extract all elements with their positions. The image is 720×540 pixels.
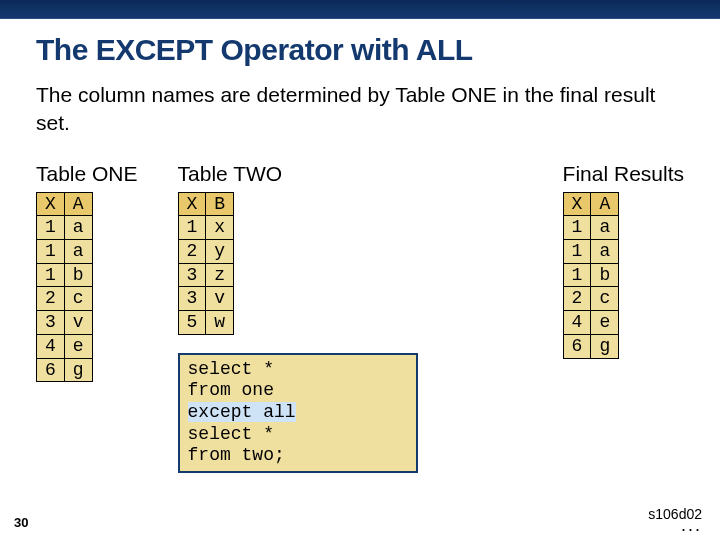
cell: e <box>591 311 619 335</box>
cell: z <box>206 263 234 287</box>
table-row: 3v <box>178 287 234 311</box>
table-row: 1b <box>563 263 619 287</box>
table-row: 4e <box>37 334 93 358</box>
table-row: 1a <box>37 216 93 240</box>
cell: 3 <box>37 311 65 335</box>
cell: 1 <box>563 263 591 287</box>
cell: c <box>64 287 92 311</box>
cell: 6 <box>37 358 65 382</box>
col-final-results: Final Results XA1a1a1b2c4e6g <box>563 162 684 359</box>
table-row: 2c <box>563 287 619 311</box>
cell: g <box>64 358 92 382</box>
cell: x <box>206 216 234 240</box>
col-header: A <box>64 192 92 216</box>
code-line: select * <box>188 359 408 381</box>
table-row: 1a <box>563 216 619 240</box>
table-final: XA1a1a1b2c4e6g <box>563 192 620 359</box>
col-table-two: Table TWO XB1x2y3z3v5w select * from one… <box>178 162 418 473</box>
page-number: 30 <box>14 515 28 530</box>
code-line: select * <box>188 424 408 446</box>
highlight-except-all: except all <box>188 402 296 422</box>
table-row: 3z <box>178 263 234 287</box>
table-one: XA1a1a1b2c3v4e6g <box>36 192 93 383</box>
col-header: X <box>563 192 591 216</box>
cell: 2 <box>37 287 65 311</box>
table-row: 1a <box>563 240 619 264</box>
footer-dots: ... <box>681 515 702 536</box>
cell: a <box>591 216 619 240</box>
cell: 1 <box>37 240 65 264</box>
cell: 1 <box>37 216 65 240</box>
table-row: 6g <box>37 358 93 382</box>
page-title: The EXCEPT Operator with ALL <box>36 33 684 67</box>
cell: a <box>591 240 619 264</box>
table-row: 2y <box>178 240 234 264</box>
cell: 2 <box>178 240 206 264</box>
code-line: except all <box>188 402 408 424</box>
cell: 1 <box>178 216 206 240</box>
cell: 3 <box>178 287 206 311</box>
cell: b <box>64 263 92 287</box>
table-row: 1x <box>178 216 234 240</box>
table-row: 2c <box>37 287 93 311</box>
top-banner <box>0 0 720 19</box>
code-line: from one <box>188 380 408 402</box>
cell: 5 <box>178 311 206 335</box>
col-header: X <box>37 192 65 216</box>
cell: 1 <box>563 240 591 264</box>
table-row: 5w <box>178 311 234 335</box>
cell: e <box>64 334 92 358</box>
cell: 6 <box>563 334 591 358</box>
col-header: A <box>591 192 619 216</box>
col-header: B <box>206 192 234 216</box>
cell: v <box>206 287 234 311</box>
table-row: 1b <box>37 263 93 287</box>
subtitle: The column names are determined by Table… <box>36 81 684 138</box>
cell: 2 <box>563 287 591 311</box>
table-row: 1a <box>37 240 93 264</box>
code-line: from two; <box>188 445 408 467</box>
cell: a <box>64 240 92 264</box>
slide-body: The EXCEPT Operator with ALL The column … <box>0 19 720 473</box>
col-table-one: Table ONE XA1a1a1b2c3v4e6g <box>36 162 138 383</box>
cell: w <box>206 311 234 335</box>
table-two-title: Table TWO <box>178 162 418 186</box>
cell: 1 <box>37 263 65 287</box>
cell: c <box>591 287 619 311</box>
cell: 3 <box>178 263 206 287</box>
table-row: 6g <box>563 334 619 358</box>
cell: 4 <box>563 311 591 335</box>
final-results-title: Final Results <box>563 162 684 186</box>
table-row: 3v <box>37 311 93 335</box>
cell: v <box>64 311 92 335</box>
cell: 1 <box>563 216 591 240</box>
columns: Table ONE XA1a1a1b2c3v4e6g Table TWO XB1… <box>36 162 684 473</box>
cell: y <box>206 240 234 264</box>
table-one-title: Table ONE <box>36 162 138 186</box>
sql-code: select * from one except all select * fr… <box>178 353 418 473</box>
col-header: X <box>178 192 206 216</box>
table-two: XB1x2y3z3v5w <box>178 192 235 335</box>
cell: b <box>591 263 619 287</box>
cell: g <box>591 334 619 358</box>
cell: a <box>64 216 92 240</box>
cell: 4 <box>37 334 65 358</box>
table-row: 4e <box>563 311 619 335</box>
